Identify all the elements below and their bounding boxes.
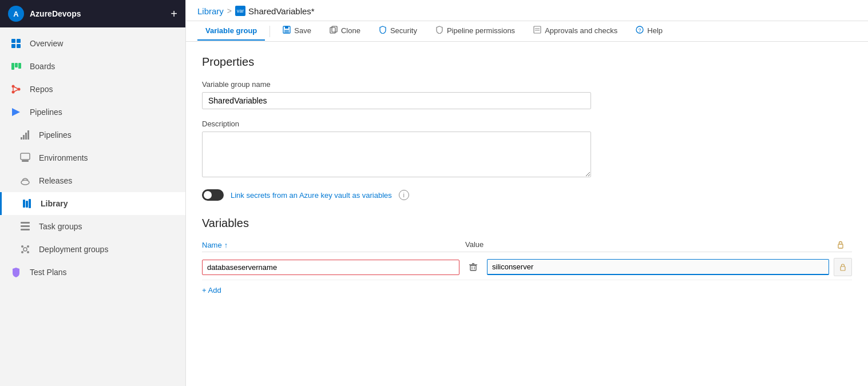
sidebar-item-boards[interactable]: Boards: [0, 55, 185, 78]
add-project-button[interactable]: +: [171, 7, 177, 21]
svg-point-29: [27, 245, 29, 248]
key-vault-toggle-label: Link secrets from an Azure key vault as …: [231, 191, 392, 200]
sidebar-item-pipelines[interactable]: Pipelines: [0, 124, 185, 146]
app-title: AzureDevops: [30, 9, 171, 18]
sidebar-item-label: Pipelines: [39, 130, 72, 140]
variable-name-input[interactable]: [202, 260, 459, 275]
svg-text:?: ?: [639, 27, 641, 33]
variable-lock-button[interactable]: [834, 258, 852, 276]
svg-rect-1: [17, 39, 21, 43]
svg-rect-43: [470, 265, 476, 270]
variable-group-name-label: Variable group name: [202, 80, 852, 89]
svg-point-27: [23, 248, 27, 251]
svg-rect-37: [534, 26, 541, 33]
sidebar-item-pipelines-group[interactable]: Pipelines: [0, 101, 185, 124]
svg-rect-26: [21, 229, 30, 230]
tab-pipeline-permissions-label: Pipeline permissions: [447, 26, 515, 35]
environments-icon: [18, 151, 32, 165]
svg-rect-19: [22, 160, 29, 162]
sidebar-item-overview[interactable]: Overview: [0, 32, 185, 55]
svg-point-9: [18, 88, 21, 91]
sidebar-item-label: Test Plans: [30, 268, 67, 277]
svg-rect-42: [838, 244, 843, 248]
breadcrumb-parent[interactable]: Library: [197, 6, 224, 16]
pipelines-group-icon: [9, 105, 23, 119]
sidebar-item-label: Task groups: [39, 222, 82, 231]
svg-marker-13: [12, 108, 20, 116]
library-icon: [20, 197, 34, 210]
svg-point-20: [21, 180, 29, 185]
tab-save[interactable]: Save: [275, 21, 319, 41]
svg-line-12: [14, 90, 18, 91]
tab-security[interactable]: Security: [371, 21, 425, 41]
variable-group-name-input[interactable]: [202, 92, 591, 109]
sidebar-item-repos[interactable]: Repos: [0, 78, 185, 101]
save-icon: [283, 26, 291, 35]
description-label: Description: [202, 120, 852, 128]
svg-point-7: [12, 85, 15, 88]
breadcrumb: Library > var SharedVariables*: [197, 6, 315, 16]
key-vault-info-icon[interactable]: i: [399, 190, 409, 200]
test-plans-icon: [9, 265, 23, 279]
svg-rect-24: [21, 222, 30, 224]
variable-group-icon: var: [235, 6, 245, 16]
tab-separator-1: [269, 26, 270, 37]
sidebar-item-deployment-groups[interactable]: Deployment groups: [0, 238, 185, 261]
main-content: Library > var SharedVariables* Variable …: [186, 0, 868, 386]
clone-icon: [330, 26, 338, 35]
repos-icon: [9, 82, 23, 96]
tab-approvals-checks-label: Approvals and checks: [545, 26, 617, 35]
sidebar-item-label: Repos: [30, 85, 53, 94]
tab-help-label: Help: [647, 26, 663, 35]
variables-title: Variables: [202, 217, 852, 230]
svg-rect-0: [11, 39, 15, 43]
sidebar-item-library[interactable]: Library: [0, 192, 185, 215]
boards-icon: [9, 59, 23, 73]
sidebar-header: A AzureDevops +: [0, 0, 185, 27]
sidebar-item-test-plans[interactable]: Test Plans: [0, 261, 185, 284]
tabs-bar: Variable group Save Clone Security Pipe: [186, 21, 868, 42]
description-input[interactable]: [202, 132, 591, 177]
tab-approvals-checks[interactable]: Approvals and checks: [525, 21, 625, 41]
tab-variable-group[interactable]: Variable group: [197, 22, 265, 41]
svg-point-8: [12, 91, 15, 94]
sidebar-item-label: Boards: [30, 62, 55, 71]
tab-help[interactable]: ? Help: [628, 21, 671, 41]
col-lock-header: [829, 240, 852, 249]
sidebar-nav: Overview Boards Repos Pipelines: [0, 27, 185, 288]
col-name-header: Name ↑: [202, 240, 465, 249]
variable-delete-button[interactable]: [464, 258, 482, 276]
svg-rect-48: [841, 266, 845, 270]
sidebar-item-releases[interactable]: Releases: [0, 169, 185, 192]
svg-rect-6: [18, 63, 21, 69]
overview-icon: [9, 37, 23, 50]
variables-header: Name ↑ Value: [202, 238, 852, 252]
tab-security-label: Security: [390, 26, 417, 35]
toolbar: Library > var SharedVariables*: [186, 0, 868, 21]
sidebar-item-label: Library: [41, 199, 68, 208]
svg-rect-25: [21, 225, 30, 227]
page-content: Properties Variable group name Descripti…: [186, 42, 868, 386]
security-icon: [379, 26, 387, 35]
svg-rect-15: [23, 135, 25, 140]
tab-clone[interactable]: Clone: [322, 21, 368, 41]
sidebar-item-label: Environments: [39, 153, 88, 162]
breadcrumb-current: SharedVariables*: [248, 6, 315, 16]
breadcrumb-separator: >: [227, 6, 232, 15]
add-variable-row[interactable]: + Add: [202, 280, 852, 295]
svg-rect-21: [23, 200, 25, 208]
task-groups-icon: [18, 220, 32, 233]
svg-rect-23: [29, 199, 31, 208]
svg-rect-33: [285, 26, 288, 29]
sidebar-item-environments[interactable]: Environments: [0, 146, 185, 169]
add-label: + Add: [202, 286, 221, 295]
properties-title: Properties: [202, 55, 852, 69]
tab-pipeline-permissions[interactable]: Pipeline permissions: [427, 21, 523, 41]
sidebar-item-task-groups[interactable]: Task groups: [0, 215, 185, 238]
help-icon: ?: [636, 26, 644, 35]
variable-value-input[interactable]: [487, 259, 829, 275]
sidebar-item-label: Overview: [30, 39, 63, 48]
svg-rect-4: [11, 63, 14, 70]
tab-variable-group-label: Variable group: [205, 26, 257, 35]
key-vault-toggle[interactable]: [202, 189, 224, 201]
